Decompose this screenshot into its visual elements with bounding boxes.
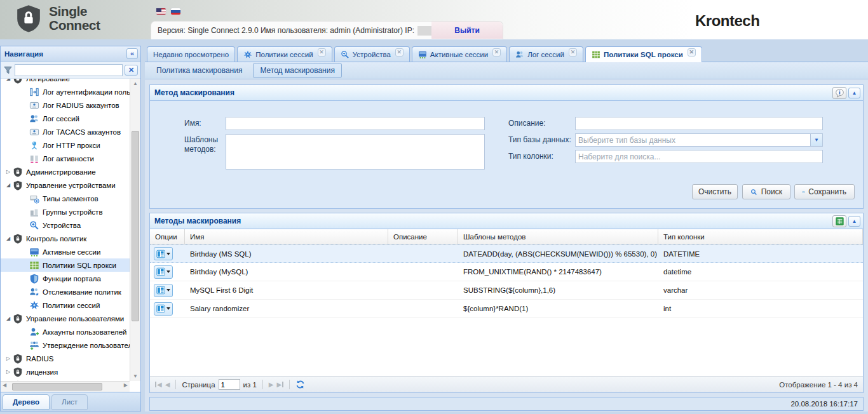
close-tab-icon[interactable]: ✕ — [395, 48, 403, 57]
search-button[interactable]: Поиск — [742, 184, 790, 199]
status-bar: 20.08.2018 16:17:17 — [149, 397, 864, 411]
column-header[interactable]: Тип колонки — [658, 229, 863, 244]
column-header[interactable]: Опции — [150, 229, 185, 244]
collapse-panel-icon[interactable]: ▲ — [848, 88, 860, 98]
expander-icon[interactable]: ▷ — [4, 356, 13, 361]
collapse-sidebar-button[interactable]: « — [126, 48, 138, 59]
tree-item[interactable]: Аккаунты пользователей — [1, 325, 130, 338]
expander-icon[interactable]: ◢ — [4, 316, 13, 321]
description-field[interactable] — [575, 117, 823, 130]
tree-item[interactable]: ◢ Управление устройствами — [1, 178, 130, 192]
column-header[interactable]: Имя — [185, 229, 388, 244]
tree-item[interactable]: Группы устройств — [1, 205, 130, 218]
clear-button[interactable]: Очистить — [692, 184, 738, 199]
tree-item[interactable]: ◢ Контроль политик — [1, 232, 130, 245]
scroll-up-icon[interactable]: ▲ — [130, 81, 140, 86]
dbtype-dropdown-icon[interactable]: ▼ — [811, 133, 823, 147]
save-button[interactable]: Сохранить — [794, 184, 855, 199]
ru-flag-icon[interactable] — [170, 8, 181, 15]
tree-item[interactable]: Лог активности — [1, 152, 130, 165]
tree-item[interactable]: ◢ Логирование — [1, 79, 130, 85]
close-tab-icon[interactable]: ✕ — [492, 48, 501, 57]
help-info-icon[interactable] — [832, 87, 846, 99]
table-row[interactable]: MySQL First 6 Digit SUBSTRING(${column},… — [150, 281, 863, 300]
grid-panel-title: Методы маскирования — [154, 217, 831, 225]
dbtype-combobox[interactable] — [575, 133, 811, 147]
expander-icon[interactable]: ◢ — [4, 182, 13, 188]
close-tab-icon[interactable]: ✕ — [318, 48, 326, 57]
last-page-icon[interactable]: ▶ — [277, 381, 284, 388]
tree-item[interactable]: Лог TACACS аккаунтов — [1, 125, 130, 138]
tree-item[interactable]: Функции портала — [1, 272, 130, 285]
tab[interactable]: Политики сессий ✕ — [237, 46, 332, 62]
next-page-icon[interactable]: ▶ — [269, 381, 274, 388]
tree-item[interactable]: Лог сессий — [1, 112, 130, 125]
tree-item[interactable]: Активные сессии — [1, 245, 130, 258]
tab[interactable]: Лог сессий ✕ — [509, 46, 583, 62]
close-tab-icon[interactable]: ✕ — [569, 48, 577, 57]
tree-item[interactable]: Лог аутентификации пользов — [1, 85, 130, 98]
tree-item[interactable]: Устройства — [1, 218, 130, 232]
masking-method-form-panel: Метод маскирования ▲ Имя: Шаблоны методо… — [149, 84, 864, 209]
main-area: Недавно просмотрено Политики сессий ✕ Ус… — [145, 46, 868, 411]
row-options-button[interactable] — [154, 302, 173, 316]
subtab-masking-policy[interactable]: Политика маскирования — [150, 63, 248, 77]
prev-page-icon[interactable]: ◀ — [165, 381, 170, 388]
tree-horizontal-scrollbar[interactable]: ◀ ▶ — [1, 381, 130, 392]
tree-item[interactable]: ▷ RADIUS — [1, 352, 130, 365]
method-templates-field[interactable] — [226, 134, 485, 170]
expander-icon[interactable]: ◢ — [4, 236, 13, 241]
tree-filter-input[interactable] — [15, 64, 123, 76]
tree-item[interactable]: Лог HTTP прокси — [1, 138, 130, 152]
tab-tree-view[interactable]: Дерево — [3, 394, 50, 410]
first-page-icon[interactable]: ◀ — [155, 381, 162, 388]
tab[interactable]: Политики SQL прокси ✕ — [585, 46, 702, 62]
tab[interactable]: Устройства ✕ — [334, 46, 410, 62]
tree-item[interactable]: Типы элементов — [1, 192, 130, 205]
export-excel-icon[interactable] — [832, 215, 846, 227]
tree-item[interactable]: Отслеживание политик — [1, 285, 130, 298]
expander-icon[interactable]: ◢ — [4, 79, 13, 81]
expander-icon[interactable]: ▷ — [4, 169, 13, 175]
tree-vertical-scrollbar[interactable]: ▲ ▼ — [130, 79, 140, 381]
tree-item[interactable]: Лог RADIUS аккаунтов — [1, 98, 130, 112]
scroll-down-icon[interactable]: ▼ — [130, 373, 140, 379]
main-tabstrip: Недавно просмотрено Политики сессий ✕ Ус… — [145, 46, 868, 62]
tree-item[interactable]: ▷ лицензия — [1, 365, 130, 378]
page-number-input[interactable] — [219, 379, 240, 390]
scroll-right-icon[interactable]: ▶ — [124, 382, 128, 388]
name-field[interactable] — [226, 117, 485, 130]
subtab-masking-method[interactable]: Метод маскирования — [253, 63, 341, 78]
tab[interactable]: Активные сессии ✕ — [412, 46, 507, 62]
logout-button[interactable]: Выйти — [431, 22, 503, 39]
table-row[interactable]: Birthday (MySQL) FROM_UNIXTIME(RAND() * … — [150, 263, 863, 281]
row-options-button[interactable] — [154, 265, 173, 279]
tree-item[interactable]: Политики SQL прокси — [1, 258, 130, 272]
navigation-panel-header: Навигация « — [1, 46, 140, 62]
page-label: Страница — [182, 381, 215, 389]
close-tab-icon[interactable]: ✕ — [688, 48, 696, 57]
tree-item[interactable]: ▷ Администрирование — [1, 165, 130, 178]
column-header[interactable]: Шаблоны методов — [458, 229, 658, 244]
refresh-icon[interactable] — [295, 380, 305, 389]
expander-icon[interactable]: ▷ — [4, 369, 13, 375]
scroll-left-icon[interactable]: ◀ — [3, 382, 6, 388]
scrollbar-thumb[interactable] — [132, 131, 139, 321]
tab[interactable]: Недавно просмотрено — [147, 46, 235, 62]
magplus-icon — [29, 220, 39, 230]
tree-item[interactable]: ◢ Управление пользователями — [1, 312, 130, 325]
column-header[interactable]: Описание — [388, 229, 458, 244]
description-label: Описание: — [508, 119, 546, 128]
scrollbar-thumb[interactable] — [12, 383, 102, 391]
collapse-panel-icon[interactable]: ▲ — [848, 216, 860, 227]
table-row[interactable]: Birthday (MS SQL) DATEADD(day, (ABS(CHEC… — [150, 244, 863, 263]
clear-filter-icon[interactable]: ✕ — [125, 65, 138, 76]
row-options-button[interactable] — [154, 284, 173, 297]
coltype-field[interactable] — [575, 150, 823, 163]
us-flag-icon[interactable] — [156, 8, 166, 15]
tab-list-view[interactable]: Лист — [51, 394, 88, 410]
row-options-button[interactable] — [154, 247, 173, 260]
table-row[interactable]: Salary randomizer ${column}*RAND(1) int — [150, 300, 863, 318]
tree-item[interactable]: Политики сессий — [1, 298, 130, 312]
tree-item[interactable]: Утверждение пользователей — [1, 338, 130, 352]
